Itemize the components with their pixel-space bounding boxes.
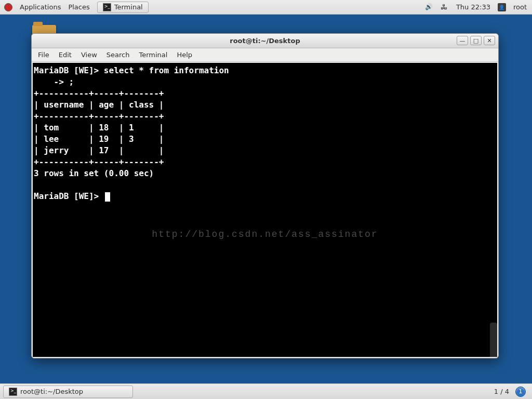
window-title: root@ti:~/Desktop bbox=[32, 37, 498, 45]
minimize-button[interactable]: — bbox=[457, 36, 468, 45]
menu-file[interactable]: File bbox=[38, 51, 49, 59]
user-icon: 👤 bbox=[498, 3, 506, 11]
window-titlebar[interactable]: root@ti:~/Desktop — □ ✕ bbox=[32, 34, 498, 48]
menu-search[interactable]: Search bbox=[107, 51, 130, 59]
terminal-viewport[interactable]: MariaDB [WE]> select * from information … bbox=[33, 63, 497, 357]
volume-icon[interactable] bbox=[425, 3, 433, 11]
bottom-panel: root@ti:~/Desktop 1 / 4 1 bbox=[0, 383, 532, 399]
terminal-icon bbox=[9, 388, 17, 396]
user-label[interactable]: root bbox=[513, 3, 527, 11]
menu-edit[interactable]: Edit bbox=[59, 51, 72, 59]
maximize-button[interactable]: □ bbox=[470, 36, 482, 45]
taskbar-item[interactable]: root@ti:~/Desktop bbox=[3, 385, 133, 398]
window-menubar: File Edit View Search Terminal Help bbox=[32, 48, 498, 62]
terminal-cursor bbox=[105, 192, 110, 202]
terminal-icon bbox=[103, 3, 111, 11]
scrollbar-thumb[interactable] bbox=[490, 323, 497, 357]
terminal-output: MariaDB [WE]> select * from information … bbox=[33, 63, 497, 204]
distro-icon bbox=[4, 3, 12, 11]
active-app-label: Terminal bbox=[114, 3, 143, 11]
menu-places[interactable]: Places bbox=[68, 3, 89, 11]
terminal-window: root@ti:~/Desktop — □ ✕ File Edit View S… bbox=[31, 33, 499, 358]
menu-view[interactable]: View bbox=[81, 51, 97, 59]
taskbar-item-label: root@ti:~/Desktop bbox=[20, 388, 83, 395]
panel-active-app[interactable]: Terminal bbox=[97, 2, 149, 13]
menu-terminal[interactable]: Terminal bbox=[139, 51, 167, 59]
clock[interactable]: Thu 22:33 bbox=[456, 3, 490, 11]
close-button[interactable]: ✕ bbox=[484, 36, 495, 45]
workspace-badge[interactable]: 1 bbox=[515, 387, 526, 397]
menu-applications[interactable]: Applications bbox=[20, 3, 61, 11]
workspace-pager-label: 1 / 4 bbox=[494, 388, 509, 395]
top-panel: Applications Places Terminal Thu 22:33 👤… bbox=[0, 0, 532, 15]
menu-help[interactable]: Help bbox=[177, 51, 192, 59]
watermark-text: http://blog.csdn.net/ass_assinator bbox=[152, 229, 378, 240]
network-icon[interactable] bbox=[441, 3, 449, 11]
